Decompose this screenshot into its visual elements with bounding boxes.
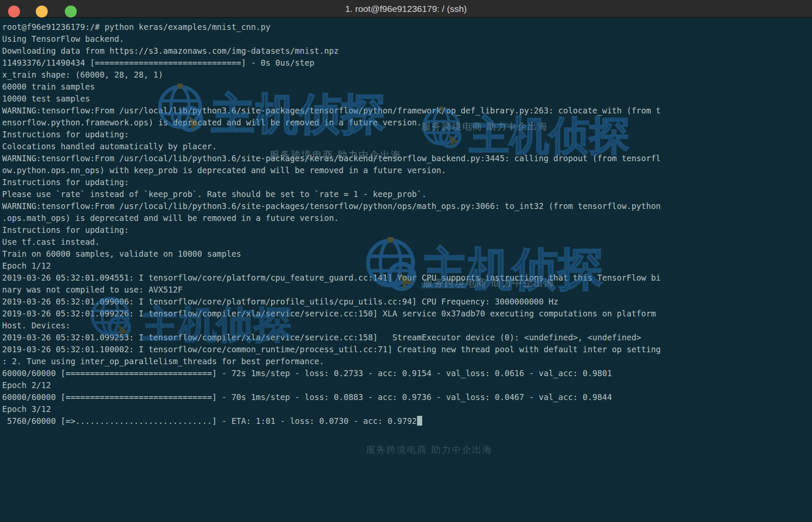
terminal-window: 1. root@f96e91236179: / (ssh) root@f96e9… — [0, 0, 812, 522]
terminal-line: Instructions for updating: — [2, 128, 812, 140]
terminal-line: 2019-03-26 05:32:01.099253: I tensorflow… — [2, 331, 812, 343]
terminal-line: Using TensorFlow backend. — [2, 33, 812, 45]
terminal-screen[interactable]: root@f96e91236179:/# python keras/exampl… — [0, 19, 812, 522]
terminal-line: Instructions for updating: — [2, 176, 812, 188]
terminal-line: Train on 60000 samples, validate on 1000… — [2, 248, 812, 260]
terminal-line: 11493376/11490434 [=====================… — [2, 57, 812, 69]
terminal-line: Please use `rate` instead of `keep_prob`… — [2, 188, 812, 200]
terminal-line: Epoch 3/12 — [2, 403, 812, 415]
terminal-line: 2019-03-26 05:32:01.100002: I tensorflow… — [2, 343, 812, 355]
terminal-line: : 2. Tune using inter_op_parallelism_thr… — [2, 355, 812, 367]
terminal-line: ow.python.ops.nn_ops) with keep_prob is … — [2, 164, 812, 176]
window-titlebar: 1. root@f96e91236179: / (ssh) — [0, 0, 812, 18]
terminal-line: 60000/60000 [===========================… — [2, 367, 812, 379]
terminal-line: Epoch 2/12 — [2, 379, 812, 391]
terminal-line: Use tf.cast instead. — [2, 236, 812, 248]
terminal-line: root@f96e91236179:/# python keras/exampl… — [2, 21, 812, 33]
terminal-line: Downloading data from https://s3.amazona… — [2, 45, 812, 57]
window-title: 1. root@f96e91236179: / (ssh) — [0, 0, 812, 18]
terminal-cursor — [417, 416, 422, 426]
terminal-line: WARNING:tensorflow:From /usr/local/lib/p… — [2, 104, 812, 116]
terminal-line: 2019-03-26 05:32:01.099006: I tensorflow… — [2, 296, 812, 307]
terminal-line: nary was not compiled to use: AVX512F — [2, 284, 812, 296]
terminal-line: 2019-03-26 05:32:01.094551: I tensorflow… — [2, 272, 812, 284]
terminal-line: WARNING:tensorflow:From /usr/local/lib/p… — [2, 152, 812, 164]
terminal-line: 2019-03-26 05:32:01.099226: I tensorflow… — [2, 307, 812, 319]
terminal-line: 60000 train samples — [2, 81, 812, 93]
terminal-line: Host. Devices: — [2, 319, 812, 331]
terminal-line: WARNING:tensorflow:From /usr/local/lib/p… — [2, 200, 812, 212]
terminal-line: ensorflow.python.framework.ops) is depre… — [2, 116, 812, 128]
terminal-line: 10000 test samples — [2, 93, 812, 104]
terminal-line: Instructions for updating: — [2, 224, 812, 236]
terminal-line: .ops.math_ops) is deprecated and will be… — [2, 212, 812, 224]
terminal-line: 60000/60000 [===========================… — [2, 391, 812, 403]
terminal-line: Colocations handled automatically by pla… — [2, 140, 812, 152]
terminal-line: Epoch 1/12 — [2, 260, 812, 272]
terminal-line: x_train shape: (60000, 28, 28, 1) — [2, 69, 812, 81]
terminal-line: 5760/60000 [=>..........................… — [2, 415, 812, 427]
